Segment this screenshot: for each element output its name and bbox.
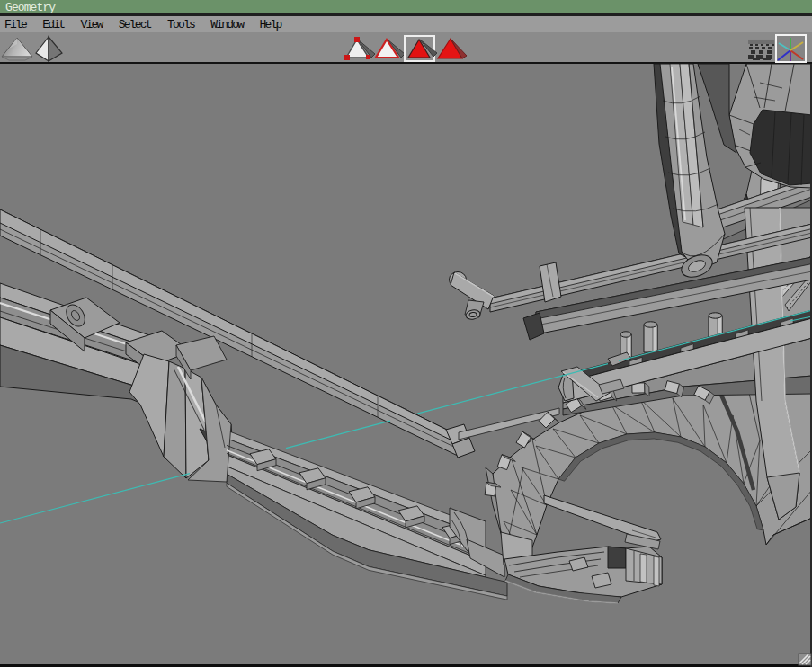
svg-text:Geometry: Geometry [5, 1, 56, 14]
svg-text:File Edit View Select: File Edit View Select Tools Window Help [4, 18, 282, 31]
